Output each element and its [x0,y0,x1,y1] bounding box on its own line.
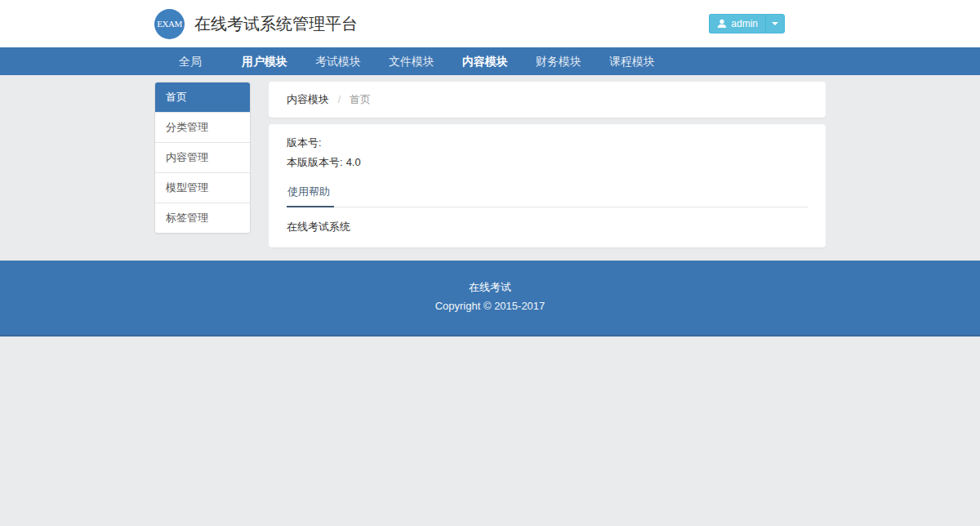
sidebar-item-model-manage[interactable]: 模型管理 [155,172,250,203]
main-navbar: 全局 用户模块 考试模块 文件模块 内容模块 财务模块 课程模块 [0,47,980,75]
breadcrumb-current: 首页 [350,93,371,105]
breadcrumb-separator: / [338,93,341,105]
navbar-menu: 全局 用户模块 考试模块 文件模块 内容模块 财务模块 课程模块 [154,47,826,75]
header: EXAM 在线考试系统管理平台 admin [0,0,980,47]
help-tab[interactable]: 使用帮助 [287,185,334,207]
sidebar-item-category-manage[interactable]: 分类管理 [155,112,250,142]
page-footer: 在线考试 Copyright © 2015-2017 [0,261,980,337]
user-button-group: admin [709,14,785,33]
nav-item-global[interactable]: 全局 [165,47,216,75]
help-tabs-row: 使用帮助 [287,184,808,207]
nav-item-exam-module[interactable]: 考试模块 [301,47,375,75]
exam-logo-icon: EXAM [154,9,185,39]
sidebar-menu: 首页 分类管理 内容管理 模型管理 标签管理 [154,82,251,234]
version-field-value: 4.0 [346,156,361,168]
help-content-text: 在线考试系统 [287,219,808,234]
page-title: 在线考试系统管理平台 [194,13,358,35]
sidebar-item-tag-manage[interactable]: 标签管理 [155,203,250,233]
user-dropdown-toggle[interactable] [765,14,785,33]
admin-user-button[interactable]: admin [709,14,765,33]
nav-item-course-module[interactable]: 课程模块 [595,47,669,75]
caret-down-icon [772,22,778,25]
sidebar-item-content-manage[interactable]: 内容管理 [155,142,250,172]
version-field-label: 本版版本号: [287,156,343,168]
nav-item-user-module[interactable]: 用户模块 [228,47,301,75]
footer-copyright: Copyright © 2015-2017 [0,298,980,314]
version-label: 版本号: [287,135,808,150]
main-panel: 版本号: 本版版本号:4.0 使用帮助 在线考试系统 [269,124,826,247]
content-region: 首页 分类管理 内容管理 模型管理 标签管理 内容模块 / 首页 版本号: 本版… [0,75,980,247]
nav-item-content-module[interactable]: 内容模块 [448,47,522,75]
breadcrumb-module: 内容模块 [287,93,329,105]
version-line: 本版版本号:4.0 [287,154,808,170]
sidebar-item-home[interactable]: 首页 [155,82,250,112]
user-icon [717,19,727,29]
breadcrumb: 内容模块 / 首页 [269,82,826,118]
nav-item-file-module[interactable]: 文件模块 [375,47,448,75]
footer-site-name: 在线考试 [0,279,980,296]
admin-user-label: admin [731,18,758,29]
nav-item-finance-module[interactable]: 财务模块 [522,47,595,75]
